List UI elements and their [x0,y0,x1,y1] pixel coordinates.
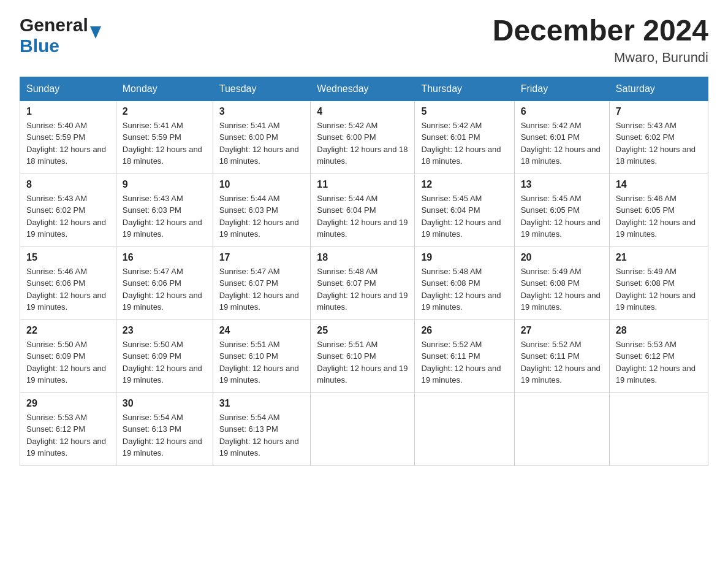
calendar-cell: 11Sunrise: 5:44 AMSunset: 6:04 PMDayligh… [311,174,415,247]
header-wednesday: Wednesday [311,77,415,101]
logo: General Blue [20,15,90,56]
calendar-cell: 29Sunrise: 5:53 AMSunset: 6:12 PMDayligh… [20,393,116,465]
day-info: Sunrise: 5:44 AMSunset: 6:04 PMDaylight:… [317,194,408,239]
day-number: 4 [317,106,408,117]
day-number: 2 [123,106,207,117]
calendar-cell: 28Sunrise: 5:53 AMSunset: 6:12 PMDayligh… [609,320,708,393]
day-info: Sunrise: 5:42 AMSunset: 6:00 PMDaylight:… [317,121,408,166]
day-number: 24 [219,325,305,336]
header-tuesday: Tuesday [213,77,311,101]
day-info: Sunrise: 5:48 AMSunset: 6:07 PMDaylight:… [317,267,408,312]
day-number: 12 [421,179,507,190]
day-number: 29 [26,398,110,409]
logo-blue-text: Blue [20,36,59,56]
day-info: Sunrise: 5:52 AMSunset: 6:11 PMDaylight:… [521,340,601,385]
calendar-cell [311,393,415,465]
calendar-cell [415,393,514,465]
calendar-cell: 7Sunrise: 5:43 AMSunset: 6:02 PMDaylight… [609,101,708,174]
calendar-cell: 20Sunrise: 5:49 AMSunset: 6:08 PMDayligh… [514,247,609,320]
day-number: 14 [616,179,702,190]
day-info: Sunrise: 5:51 AMSunset: 6:10 PMDaylight:… [219,340,299,385]
day-info: Sunrise: 5:47 AMSunset: 6:07 PMDaylight:… [219,267,299,312]
calendar-cell [514,393,609,465]
day-number: 11 [317,179,408,190]
calendar-header: SundayMondayTuesdayWednesdayThursdayFrid… [20,77,708,101]
main-title: December 2024 [493,15,708,47]
day-info: Sunrise: 5:53 AMSunset: 6:12 PMDaylight:… [26,413,106,458]
header-monday: Monday [116,77,213,101]
day-number: 28 [616,325,702,336]
day-info: Sunrise: 5:53 AMSunset: 6:12 PMDaylight:… [616,340,696,385]
calendar-cell: 5Sunrise: 5:42 AMSunset: 6:01 PMDaylight… [415,101,514,174]
day-info: Sunrise: 5:42 AMSunset: 6:01 PMDaylight:… [421,121,501,166]
calendar-cell: 14Sunrise: 5:46 AMSunset: 6:05 PMDayligh… [609,174,708,247]
day-info: Sunrise: 5:40 AMSunset: 5:59 PMDaylight:… [26,121,106,166]
day-number: 3 [219,106,305,117]
calendar-cell: 27Sunrise: 5:52 AMSunset: 6:11 PMDayligh… [514,320,609,393]
calendar-cell: 23Sunrise: 5:50 AMSunset: 6:09 PMDayligh… [116,320,213,393]
day-info: Sunrise: 5:43 AMSunset: 6:02 PMDaylight:… [616,121,696,166]
calendar-cell: 22Sunrise: 5:50 AMSunset: 6:09 PMDayligh… [20,320,116,393]
day-number: 7 [616,106,702,117]
logo-general-text: General [20,15,88,36]
day-info: Sunrise: 5:50 AMSunset: 6:09 PMDaylight:… [123,340,202,385]
calendar-cell: 4Sunrise: 5:42 AMSunset: 6:00 PMDaylight… [311,101,415,174]
day-number: 10 [219,179,305,190]
day-info: Sunrise: 5:50 AMSunset: 6:09 PMDaylight:… [26,340,106,385]
calendar-cell: 24Sunrise: 5:51 AMSunset: 6:10 PMDayligh… [213,320,311,393]
calendar-cell: 18Sunrise: 5:48 AMSunset: 6:07 PMDayligh… [311,247,415,320]
day-number: 26 [421,325,507,336]
day-info: Sunrise: 5:43 AMSunset: 6:02 PMDaylight:… [26,194,106,239]
day-number: 13 [521,179,603,190]
calendar-cell: 9Sunrise: 5:43 AMSunset: 6:03 PMDaylight… [116,174,213,247]
day-number: 31 [219,398,305,409]
header-friday: Friday [514,77,609,101]
calendar-cell: 12Sunrise: 5:45 AMSunset: 6:04 PMDayligh… [415,174,514,247]
day-info: Sunrise: 5:54 AMSunset: 6:13 PMDaylight:… [123,413,202,458]
calendar-cell: 8Sunrise: 5:43 AMSunset: 6:02 PMDaylight… [20,174,116,247]
header-sunday: Sunday [20,77,116,101]
calendar-cell: 10Sunrise: 5:44 AMSunset: 6:03 PMDayligh… [213,174,311,247]
day-number: 1 [26,106,110,117]
day-info: Sunrise: 5:45 AMSunset: 6:05 PMDaylight:… [521,194,601,239]
day-number: 25 [317,325,408,336]
calendar-cell: 15Sunrise: 5:46 AMSunset: 6:06 PMDayligh… [20,247,116,320]
day-number: 6 [521,106,603,117]
calendar-cell: 16Sunrise: 5:47 AMSunset: 6:06 PMDayligh… [116,247,213,320]
calendar-cell: 31Sunrise: 5:54 AMSunset: 6:13 PMDayligh… [213,393,311,465]
calendar-cell: 26Sunrise: 5:52 AMSunset: 6:11 PMDayligh… [415,320,514,393]
day-number: 5 [421,106,507,117]
day-number: 20 [521,252,603,263]
day-info: Sunrise: 5:41 AMSunset: 6:00 PMDaylight:… [219,121,299,166]
week-row-3: 15Sunrise: 5:46 AMSunset: 6:06 PMDayligh… [20,247,708,320]
day-info: Sunrise: 5:42 AMSunset: 6:01 PMDaylight:… [521,121,601,166]
day-info: Sunrise: 5:46 AMSunset: 6:06 PMDaylight:… [26,267,106,312]
week-row-1: 1Sunrise: 5:40 AMSunset: 5:59 PMDaylight… [20,101,708,174]
logo-arrow-icon [90,26,101,39]
week-row-4: 22Sunrise: 5:50 AMSunset: 6:09 PMDayligh… [20,320,708,393]
day-number: 23 [123,325,207,336]
week-row-5: 29Sunrise: 5:53 AMSunset: 6:12 PMDayligh… [20,393,708,465]
svg-marker-0 [90,26,101,39]
calendar-cell: 1Sunrise: 5:40 AMSunset: 5:59 PMDaylight… [20,101,116,174]
day-info: Sunrise: 5:54 AMSunset: 6:13 PMDaylight:… [219,413,299,458]
day-info: Sunrise: 5:47 AMSunset: 6:06 PMDaylight:… [123,267,202,312]
day-info: Sunrise: 5:49 AMSunset: 6:08 PMDaylight:… [521,267,601,312]
day-info: Sunrise: 5:51 AMSunset: 6:10 PMDaylight:… [317,340,408,385]
day-number: 15 [26,252,110,263]
calendar-cell: 19Sunrise: 5:48 AMSunset: 6:08 PMDayligh… [415,247,514,320]
day-info: Sunrise: 5:44 AMSunset: 6:03 PMDaylight:… [219,194,299,239]
calendar-cell: 6Sunrise: 5:42 AMSunset: 6:01 PMDaylight… [514,101,609,174]
calendar-cell: 13Sunrise: 5:45 AMSunset: 6:05 PMDayligh… [514,174,609,247]
calendar-cell: 30Sunrise: 5:54 AMSunset: 6:13 PMDayligh… [116,393,213,465]
day-number: 27 [521,325,603,336]
calendar-body: 1Sunrise: 5:40 AMSunset: 5:59 PMDaylight… [20,101,708,465]
day-info: Sunrise: 5:52 AMSunset: 6:11 PMDaylight:… [421,340,501,385]
day-number: 22 [26,325,110,336]
day-info: Sunrise: 5:49 AMSunset: 6:08 PMDaylight:… [616,267,696,312]
calendar-cell: 2Sunrise: 5:41 AMSunset: 5:59 PMDaylight… [116,101,213,174]
calendar-cell: 25Sunrise: 5:51 AMSunset: 6:10 PMDayligh… [311,320,415,393]
header-row: SundayMondayTuesdayWednesdayThursdayFrid… [20,77,708,101]
location-subtitle: Mwaro, Burundi [493,50,708,66]
calendar-cell: 21Sunrise: 5:49 AMSunset: 6:08 PMDayligh… [609,247,708,320]
